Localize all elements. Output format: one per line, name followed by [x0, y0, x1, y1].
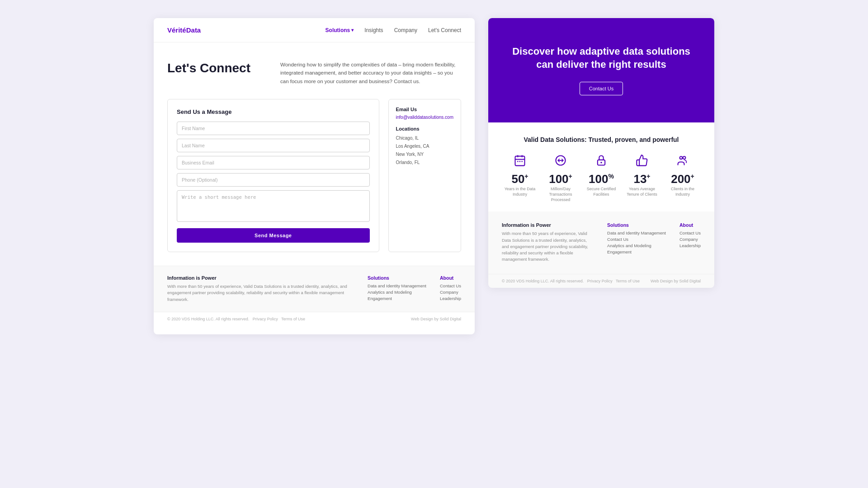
location-orlando: Orlando, FL [396, 159, 453, 167]
form-title: Send Us a Message [177, 108, 370, 115]
nav-company[interactable]: Company [394, 27, 417, 33]
stat-tenure-label: Years Average Tenure of Clients [624, 187, 660, 197]
locations-list: Chicago, IL Los Angeles, CA New York, NY… [396, 134, 453, 167]
footer-link-analytics[interactable]: Analytics and Modeling [368, 290, 426, 295]
last-name-input[interactable] [177, 139, 370, 152]
stat-transactions-label: Million/Day Transactions Processed [542, 187, 579, 202]
transactions-icon [542, 154, 579, 169]
right-footer-about-contact[interactable]: Contact Us [679, 230, 701, 235]
left-bottom-bar: © 2020 VDS Holding LLC. All rights reser… [154, 312, 475, 326]
nav-links: Solutions ▾ Insights Company Let's Conne… [326, 27, 461, 33]
chevron-down-icon: ▾ [351, 28, 354, 33]
right-footer-dim[interactable]: Data and Identity Management [607, 230, 666, 235]
stat-clients-label: Clients in the Industry [665, 187, 701, 197]
contact-section: Send Us a Message Send Message Email Us … [154, 99, 475, 266]
footer-link-leadership[interactable]: Leadership [440, 296, 461, 301]
web-design-credit: Web Design by Solid Digital [411, 317, 461, 321]
svg-point-10 [680, 156, 683, 159]
stat-years: 50+ Years in the Data Industry [502, 154, 538, 202]
contact-form: Send Us a Message Send Message [167, 99, 379, 252]
stat-years-number: 50+ [502, 173, 538, 185]
navigation: VéritéData Solutions ▾ Insights Company … [154, 18, 475, 42]
stat-clients: 200+ Clients in the Industry [665, 154, 701, 202]
stat-tenure-number: 13+ [624, 173, 660, 185]
right-footer-solutions: Solutions Data and Identity Management C… [607, 222, 666, 263]
send-message-button[interactable]: Send Message [177, 228, 370, 243]
hero-description: Wondering how to simplify the complexiti… [280, 61, 461, 85]
svg-rect-5 [519, 161, 520, 162]
message-input[interactable] [177, 190, 370, 222]
stats-section: Valid Data Solutions: Trusted, proven, a… [488, 122, 714, 211]
footer-links: Solutions Data and Identity Management A… [368, 275, 461, 303]
right-footer-engagement[interactable]: Engagement [607, 249, 666, 254]
thumbsup-icon [624, 154, 660, 169]
locations-label: Locations [396, 126, 453, 131]
right-footer-info: Information is Power With more than 50 y… [502, 222, 594, 263]
contact-us-button[interactable]: Contact Us [580, 82, 623, 95]
nav-lets-connect[interactable]: Let's Connect [428, 27, 461, 33]
right-footer-analytics[interactable]: Analytics and Modeling [607, 243, 666, 248]
stat-secure-label: Secure Certified Facilities [583, 187, 619, 197]
right-footer: Information is Power With more than 50 y… [488, 211, 714, 273]
right-footer-about-company[interactable]: Company [679, 237, 701, 242]
stat-clients-number: 200+ [665, 173, 701, 185]
right-web-design: Web Design by Solid Digital [651, 279, 701, 283]
footer-link-company[interactable]: Company [440, 290, 461, 295]
location-la: Los Angeles, CA [396, 142, 453, 150]
stat-tenure: 13+ Years Average Tenure of Clients [624, 154, 660, 202]
svg-point-11 [683, 156, 686, 159]
right-footer-title: Information is Power [502, 222, 594, 228]
location-newyork: New York, NY [396, 150, 453, 159]
right-footer-about: About Contact Us Company Leadership [679, 222, 701, 263]
footer-link-engagement[interactable]: Engagement [368, 296, 426, 301]
nav-insights[interactable]: Insights [364, 27, 383, 33]
right-footer-contact[interactable]: Contact Us [607, 237, 666, 242]
stat-secure-number: 100% [583, 173, 619, 185]
right-panel: Discover how adaptive data solutions can… [488, 18, 714, 288]
stat-transactions: 100+ Million/Day Transactions Processed [542, 154, 579, 202]
footer-link-dim[interactable]: Data and Identity Management [368, 283, 426, 288]
purple-hero-section: Discover how adaptive data solutions can… [488, 18, 714, 122]
email-address[interactable]: info@validdatasolutions.com [396, 115, 453, 120]
stats-title: Valid Data Solutions: Trusted, proven, a… [502, 136, 701, 143]
email-label: Email Us [396, 107, 453, 112]
footer-about-col: About Contact Us Company Leadership [440, 275, 461, 303]
location-chicago: Chicago, IL [396, 134, 453, 142]
right-footer-solutions-title: Solutions [607, 222, 666, 228]
right-footer-about-leadership[interactable]: Leadership [679, 243, 701, 248]
lock-icon [583, 154, 619, 169]
logo-suffix: Data [186, 26, 201, 34]
right-terms-link[interactable]: Terms of Use [616, 279, 640, 283]
svg-rect-6 [522, 161, 523, 162]
footer-info-desc: With more than 50 years of experience, V… [167, 283, 349, 303]
copyright-text: © 2020 VDS Holding LLC. All rights reser… [167, 317, 305, 321]
hero-section: Let's Connect Wondering how to simplify … [154, 42, 475, 99]
footer-info-title: Information is Power [167, 275, 349, 281]
left-footer: Information is Power With more than 50 y… [154, 266, 475, 312]
stat-years-label: Years in the Data Industry [502, 187, 538, 197]
first-name-input[interactable] [177, 122, 370, 135]
svg-rect-0 [515, 156, 525, 166]
footer-solutions-title: Solutions [368, 275, 426, 281]
stat-secure: 100% Secure Certified Facilities [583, 154, 619, 202]
stat-transactions-number: 100+ [542, 173, 579, 185]
privacy-link[interactable]: Privacy Policy [253, 317, 278, 321]
svg-rect-4 [517, 161, 518, 162]
terms-link[interactable]: Terms of Use [281, 317, 305, 321]
footer-info: Information is Power With more than 50 y… [167, 275, 349, 303]
calendar-icon [502, 154, 538, 169]
right-copyright: © 2020 VDS Holding LLC. All rights reser… [502, 279, 640, 283]
brand-logo: VéritéData [167, 26, 201, 34]
nav-solutions[interactable]: Solutions ▾ [326, 27, 354, 33]
footer-link-contact[interactable]: Contact Us [440, 283, 461, 288]
phone-input[interactable] [177, 173, 370, 187]
page-title: Let's Connect [167, 61, 267, 85]
stats-grid: 50+ Years in the Data Industry 100+ Mill… [502, 154, 701, 202]
right-bottom-bar: © 2020 VDS Holding LLC. All rights reser… [488, 274, 714, 288]
right-privacy-link[interactable]: Privacy Policy [587, 279, 613, 283]
footer-solutions-col: Solutions Data and Identity Management A… [368, 275, 426, 303]
email-input[interactable] [177, 156, 370, 169]
left-panel: VéritéData Solutions ▾ Insights Company … [154, 18, 475, 334]
people-icon [665, 154, 701, 169]
right-footer-desc: With more than 50 years of experience, V… [502, 230, 594, 263]
